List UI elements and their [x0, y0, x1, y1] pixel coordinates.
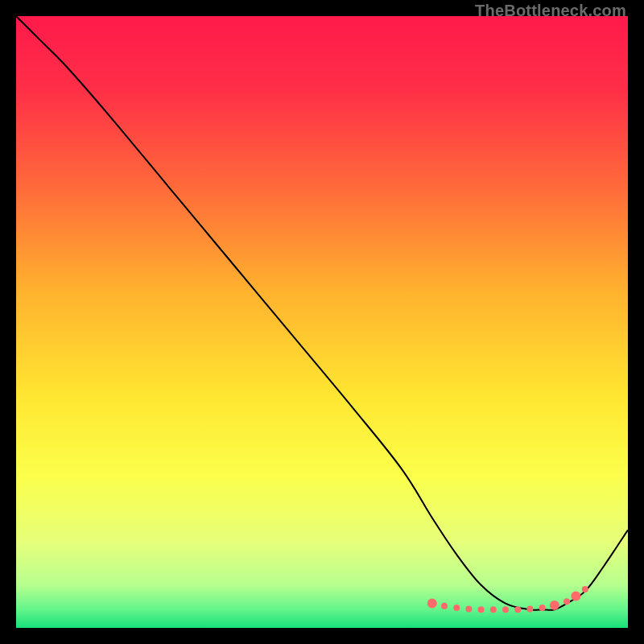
- bottom-marker-dot: [539, 605, 546, 611]
- bottom-marker-dot: [550, 601, 559, 610]
- bottom-marker-dot: [571, 591, 580, 601]
- bottom-marker-group: [427, 586, 588, 613]
- plot-area: [16, 16, 628, 628]
- bottom-marker-dot: [441, 603, 448, 609]
- bottom-marker-dot: [502, 606, 509, 613]
- bottom-marker-dot: [582, 586, 588, 592]
- chart-stage: TheBottleneck.com: [0, 0, 644, 644]
- bottom-marker-dot: [465, 605, 472, 612]
- bottom-marker-dot: [427, 599, 437, 609]
- bottom-marker-dot: [453, 605, 460, 611]
- bottom-marker-dot: [564, 598, 570, 605]
- bottom-marker-dot: [490, 606, 497, 613]
- bottom-marker-dot: [514, 606, 521, 613]
- bottom-marker-dot: [526, 605, 533, 612]
- bottom-marker-dot: [478, 606, 485, 613]
- curve-layer: [16, 16, 628, 628]
- bottleneck-curve: [16, 16, 628, 610]
